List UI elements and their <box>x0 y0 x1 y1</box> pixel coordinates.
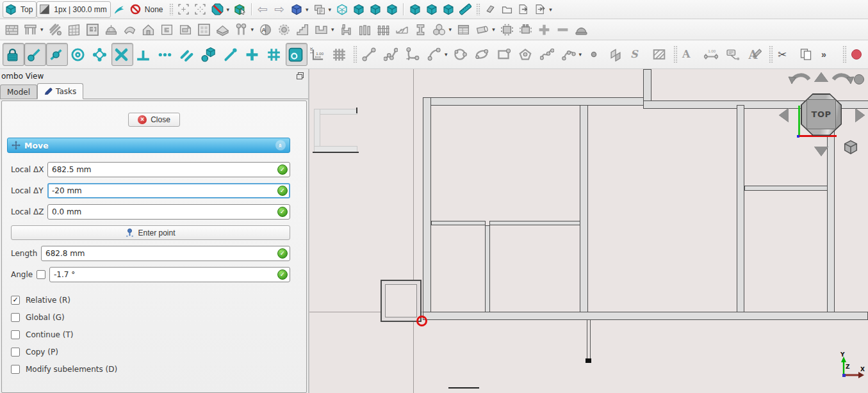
box-element-selection-button[interactable] <box>176 1 192 18</box>
navcube-arrow-right[interactable] <box>855 108 865 122</box>
angle-checkbox[interactable] <box>37 270 45 279</box>
snap-near-button[interactable] <box>220 43 242 66</box>
local-delta-y-input[interactable] <box>47 183 290 198</box>
toggle-clipping-button[interactable] <box>482 1 499 18</box>
dropdown-caret-icon[interactable]: ▾ <box>329 6 332 13</box>
toolbar-drag-handle[interactable] <box>769 45 773 64</box>
dropdown-caret-icon[interactable]: ▾ <box>449 26 452 33</box>
snap-intersection-button[interactable] <box>111 43 133 66</box>
view-bottom-button[interactable] <box>423 1 440 18</box>
tab-model[interactable]: Model <box>0 84 37 99</box>
modify-subelements-checkbox[interactable] <box>11 365 20 374</box>
draft-tray-view-button[interactable]: Top <box>3 1 37 18</box>
nav-back-button[interactable]: ⇦ <box>255 1 272 18</box>
view-left-button[interactable] <box>440 1 457 18</box>
wall-interior-horizontal-b[interactable] <box>489 221 580 225</box>
measure-distance-button[interactable] <box>457 1 474 18</box>
wall-interior-vertical-1[interactable] <box>580 105 588 312</box>
draft-apply-style-button[interactable] <box>111 1 127 18</box>
toggle-snap-button[interactable]: ▾ <box>209 1 233 18</box>
snap-ortho-button[interactable] <box>242 43 264 66</box>
snap-midpoint-button[interactable] <box>46 43 68 66</box>
rotate-left-icon[interactable] <box>788 73 811 93</box>
dropdown-caret-icon[interactable]: ▾ <box>251 26 254 33</box>
wall-fragment[interactable] <box>313 108 360 154</box>
collapse-section-icon[interactable]: « <box>275 140 286 150</box>
navcube-arrow-up[interactable] <box>814 72 828 82</box>
snap-endpoint-button[interactable] <box>24 43 46 66</box>
toolbar-overflow-1-button[interactable]: » <box>819 43 840 66</box>
snap-grid-button[interactable] <box>264 43 286 66</box>
toolbar-drag-handle[interactable] <box>476 3 480 15</box>
edit-cut-button[interactable]: ✂ <box>775 43 797 66</box>
view-right-button[interactable] <box>384 1 400 18</box>
wall-right-horizontal[interactable] <box>744 186 828 191</box>
wall-stub-below[interactable] <box>585 320 592 364</box>
wall-bottom-long[interactable] <box>423 312 868 320</box>
snap-parallel-button[interactable] <box>177 43 199 66</box>
snap-special-button[interactable] <box>199 43 220 66</box>
wall-left-exterior[interactable] <box>423 97 431 320</box>
toolbar-drag-handle[interactable] <box>842 45 847 64</box>
view-axonometric-button[interactable] <box>334 1 350 18</box>
dropdown-caret-icon[interactable]: ▾ <box>331 26 334 33</box>
navcube-top-face[interactable]: TOP <box>801 93 842 136</box>
new-folder-button[interactable] <box>499 1 516 18</box>
selected-element-outline[interactable] <box>381 280 422 322</box>
draft-autogroup-button[interactable]: None <box>127 1 167 18</box>
snap-perpendicular-button[interactable] <box>133 43 155 66</box>
snap-angle-button[interactable] <box>90 43 111 66</box>
wall-stub-up[interactable] <box>643 69 651 101</box>
relative-checkbox[interactable]: ✓ <box>11 296 20 305</box>
wall-interior-horizontal-a[interactable] <box>431 221 486 225</box>
toolbar-drag-handle[interactable] <box>353 45 357 64</box>
wall-right-vertical[interactable] <box>737 105 744 312</box>
float-panel-icon[interactable] <box>296 72 304 80</box>
snap-center-button[interactable] <box>68 43 90 66</box>
view-rear-button[interactable] <box>407 1 423 18</box>
snap-working-plane-button[interactable] <box>286 43 307 66</box>
snap-extension-button[interactable] <box>155 43 177 66</box>
local-delta-z-input[interactable] <box>47 204 290 220</box>
macro-record-button[interactable] <box>849 43 868 66</box>
dropdown-caret-icon[interactable]: ▾ <box>492 26 495 33</box>
dropdown-caret-icon[interactable]: ▾ <box>227 6 230 13</box>
box-selection-button[interactable] <box>192 1 209 18</box>
share-document-button[interactable]: ▾ <box>532 1 555 18</box>
draft-tray-style-button[interactable]: 1px | 300.0 mm <box>37 1 111 18</box>
tab-tasks[interactable]: Tasks <box>37 83 83 99</box>
global-checkbox[interactable] <box>11 313 20 322</box>
navcube-mini-cube-icon[interactable] <box>843 140 858 155</box>
snap-lock-button[interactable] <box>3 43 24 66</box>
snap-dimensions-button[interactable]: 1.001.00 <box>307 43 329 66</box>
view-front-button[interactable] <box>350 1 367 18</box>
toolbar-drag-handle[interactable] <box>673 45 678 64</box>
close-task-button[interactable]: × Close <box>128 113 180 127</box>
std-views-button[interactable]: ▾ <box>311 1 334 18</box>
continue-checkbox[interactable] <box>11 330 20 339</box>
rotate-right-icon[interactable] <box>831 73 855 93</box>
copy-checkbox[interactable] <box>11 348 20 357</box>
3d-viewport[interactable]: TOP Y Z X <box>309 69 868 393</box>
length-input[interactable] <box>41 246 290 261</box>
view-top-button[interactable] <box>367 1 384 18</box>
dropdown-caret-icon[interactable]: ▾ <box>40 26 44 33</box>
local-delta-x-input[interactable] <box>47 162 290 177</box>
dropdown-caret-icon[interactable]: ▾ <box>579 51 582 58</box>
dropdown-caret-icon[interactable]: ▾ <box>549 6 552 13</box>
edit-copy-button[interactable] <box>797 43 819 66</box>
dropdown-caret-icon[interactable]: ▾ <box>445 51 448 58</box>
wall-interior-vertical-2[interactable] <box>485 225 490 312</box>
navcube-arrow-down[interactable] <box>814 147 828 156</box>
toolbar-drag-handle[interactable] <box>169 3 174 15</box>
navcube-arrow-left[interactable] <box>779 108 789 122</box>
export-document-button[interactable] <box>516 1 532 18</box>
angle-input[interactable] <box>49 267 290 282</box>
enter-point-button[interactable]: Enter point <box>11 225 290 240</box>
nav-forward-button[interactable]: ⇨ <box>272 1 288 18</box>
wall-top-left[interactable] <box>423 97 651 106</box>
link-actions-button[interactable]: ▾ <box>288 1 311 18</box>
selection-view-button[interactable] <box>232 1 249 18</box>
dropdown-caret-icon[interactable]: ▾ <box>306 6 309 13</box>
navcube-circle[interactable] <box>854 74 864 84</box>
